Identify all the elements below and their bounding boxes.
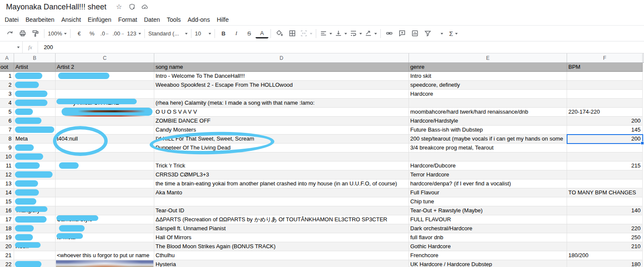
cell-song-name[interactable]: ΔΔPARTS (Recreation of ΩΩPARTS by かめりあ O… xyxy=(154,215,409,224)
cell-row-number[interactable]: 15 xyxy=(0,197,14,206)
cell-bpm[interactable]: 210 xyxy=(567,242,643,251)
format-percent-button[interactable]: % xyxy=(85,28,98,39)
zoom-select[interactable]: 100% xyxy=(47,28,68,39)
cell-artist[interactable] xyxy=(14,144,56,153)
column-header-e[interactable]: E xyxy=(409,53,567,62)
cell-genre[interactable]: Hardcore/Hardstyle xyxy=(409,117,567,126)
cell-artist2[interactable] xyxy=(56,179,154,188)
cell-row-number[interactable]: 9 xyxy=(0,144,14,153)
cell-bpm[interactable]: 180/200 xyxy=(567,251,643,260)
cell-genre[interactable]: Chip tune xyxy=(409,197,567,206)
cell-bpm[interactable]: 145 xyxy=(567,126,643,135)
functions-button[interactable]: Σ xyxy=(447,28,460,39)
cell-bpm[interactable] xyxy=(567,90,643,99)
cell-row-number[interactable]: 6 xyxy=(0,117,14,126)
column-header-c[interactable]: C xyxy=(56,53,154,62)
cell-row-number[interactable]: 2 xyxy=(0,81,14,90)
number-format-menu[interactable]: 123 xyxy=(126,28,142,39)
cell-song-name[interactable]: the time a brain-eating yokai from anoth… xyxy=(154,179,409,188)
cell-row-number[interactable]: 7 xyxy=(0,126,14,135)
drive-shortcut-icon[interactable] xyxy=(129,3,135,10)
cell-song-name[interactable]: Trick 'r Trick xyxy=(154,161,409,170)
cell-artist2[interactable]: y Rhea: OR HERE xyxy=(56,99,154,108)
cell-bpm[interactable]: 180 xyxy=(567,260,643,267)
cell-artist[interactable] xyxy=(14,99,56,108)
cell-genre[interactable]: UK Hardcore / Hardcore Dubstep xyxy=(409,260,567,267)
text-wrap-button[interactable] xyxy=(348,28,363,39)
cell-row-number[interactable]: 12 xyxy=(0,170,14,179)
cell-artist2[interactable] xyxy=(56,224,154,233)
cell-artist[interactable] xyxy=(14,153,56,161)
cell-bpm[interactable]: 200 xyxy=(567,117,643,126)
cell-genre[interactable]: Dark orchestral/Hardcore xyxy=(409,224,567,233)
column-header-f[interactable]: F xyxy=(567,53,643,62)
cell-bpm[interactable]: 215 xyxy=(567,161,643,170)
cell-artist2[interactable] xyxy=(56,206,154,215)
cell-song-name[interactable]: ZOMBIE DANCE OFF xyxy=(154,117,409,126)
cell-song-name[interactable] xyxy=(154,90,409,99)
cell-artist2[interactable] xyxy=(56,188,154,197)
format-currency-button[interactable]: € xyxy=(73,28,85,39)
cell-artist2[interactable]: ft. Meta xyxy=(56,233,154,242)
cell-song-name[interactable]: Hysteria xyxy=(154,260,409,267)
cell-bpm[interactable] xyxy=(567,144,643,153)
sheet-header-cell-a[interactable]: oot xyxy=(0,63,14,72)
cell-bpm[interactable] xyxy=(567,197,643,206)
filter-button[interactable] xyxy=(421,28,434,39)
cell-bpm[interactable]: 220-174-220 xyxy=(567,108,643,117)
cell-genre[interactable]: moombahcore/hard twerk/hard renaissance/… xyxy=(409,108,567,117)
cell-row-number[interactable]: 8 xyxy=(0,135,14,144)
italic-button[interactable]: I xyxy=(230,28,243,39)
cell-row-number[interactable]: 4 xyxy=(0,99,14,108)
cell-genre[interactable]: FULL FLAVOUR xyxy=(409,215,567,224)
column-header-b[interactable]: B xyxy=(14,53,56,62)
sheet-header-cell-e[interactable]: genre xyxy=(409,63,567,72)
cell-artist2[interactable]: Camellia Style xyxy=(56,215,154,224)
column-header-a[interactable]: A xyxy=(0,53,14,62)
cell-song-name[interactable]: Intro - Welcome To The DanceHall!!! xyxy=(154,72,409,81)
cell-genre[interactable]: 3/4 breakcore prog metal, Tearout xyxy=(409,144,567,153)
cell-bpm[interactable]: 250 xyxy=(567,233,643,242)
cell-artist[interactable] xyxy=(14,117,56,126)
cell-bpm[interactable]: TO MANY BPM CHANGES xyxy=(567,188,643,197)
cell-artist2[interactable] xyxy=(56,90,154,99)
cell-genre[interactable]: Frenchcore xyxy=(409,251,567,260)
cell-song-name[interactable]: Hall Of Mirrors xyxy=(154,233,409,242)
cell-artist[interactable] xyxy=(14,170,56,179)
menu-ansicht[interactable]: Ansicht xyxy=(61,16,81,23)
menu-tools[interactable]: Tools xyxy=(167,16,181,23)
menu-bearbeiten[interactable]: Bearbeiten xyxy=(26,16,55,23)
cell-artist[interactable]: Meta xyxy=(14,135,56,144)
cell-artist2[interactable] xyxy=(56,81,154,90)
cell-bpm[interactable]: 220 xyxy=(567,224,643,233)
print-button[interactable] xyxy=(16,28,29,39)
cell-artist2[interactable] xyxy=(56,242,154,251)
cell-bpm[interactable] xyxy=(567,99,643,108)
cell-genre[interactable]: Hardcore xyxy=(409,90,567,99)
merge-cells-button[interactable] xyxy=(299,28,314,39)
cell-genre[interactable]: Tear-Out + Rawstyle (Maybe) xyxy=(409,206,567,215)
cell-bpm[interactable] xyxy=(567,72,643,81)
cell-artist[interactable] xyxy=(14,90,56,99)
formula-input[interactable]: 200 xyxy=(38,44,53,50)
filter-views-button[interactable] xyxy=(434,28,447,39)
cell-artist[interactable] xyxy=(14,161,56,170)
cell-song-name[interactable]: Sárspell ft. Unnamed Pianist xyxy=(154,224,409,233)
menu-format[interactable]: Format xyxy=(118,16,137,23)
cloud-saved-icon[interactable] xyxy=(141,3,148,10)
paint-format-button[interactable] xyxy=(29,28,42,39)
cell-genre[interactable]: Terror Hardcore xyxy=(409,170,567,179)
menu-hilfe[interactable]: Hilfe xyxy=(217,16,229,23)
cell-artist2[interactable]: <whoever this u forgor to put ur name xyxy=(56,251,154,260)
cell-row-number[interactable]: 14 xyxy=(0,188,14,197)
cell-artist[interactable] xyxy=(14,215,56,224)
cell-artist2[interactable] xyxy=(56,170,154,179)
menu-addons[interactable]: Add-ons xyxy=(188,16,210,23)
cell-bpm[interactable] xyxy=(567,179,643,188)
text-rotation-button[interactable] xyxy=(363,28,378,39)
insert-chart-button[interactable] xyxy=(409,28,421,39)
cell-artist2[interactable] xyxy=(56,260,154,267)
cell-genre[interactable]: full flavor dnb xyxy=(409,233,567,242)
cell-bpm[interactable] xyxy=(567,170,643,179)
menu-datei[interactable]: Datei xyxy=(5,16,19,23)
